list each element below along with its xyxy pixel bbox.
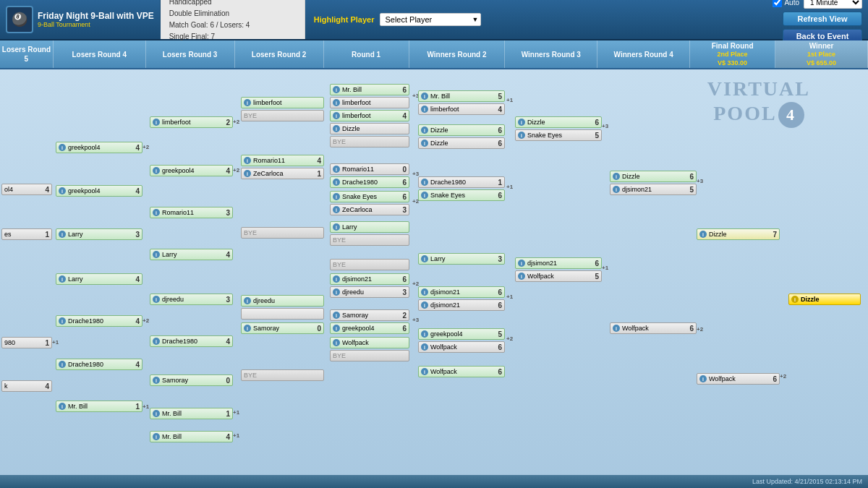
wr4-m1-p2: i djsimon21 5 [610, 184, 697, 195]
lr5-p2: es 1 [1, 228, 52, 240]
lr3-m3-p1: i Romario11 3 [150, 207, 233, 218]
highlight-area: Highlight Player Select Player [305, 0, 767, 39]
r1-m2-p1: i limberfoot 4 [330, 110, 409, 121]
auto-bar: Auto 1 Minute [773, 0, 862, 9]
wr3-m1-p1: i Dizzle 6 [515, 116, 602, 128]
wr3-m1-diff: +3 [602, 123, 608, 129]
lr4-m7-p1: i Mr. Bill 1 [56, 401, 142, 412]
wr2-m1-p2: i limberfoot 4 [418, 103, 505, 115]
r1-m6-p1: i djsimon21 6 [330, 273, 409, 285]
logo-area: 🎱 Friday Night 9-Ball with VPE 9-Ball To… [0, 0, 161, 39]
r1-m3-p2: i Drache1980 6 [330, 176, 409, 188]
wr3-m2-p1: i djsimon21 6 [515, 257, 602, 269]
wr3-m2-diff: +1 [602, 265, 608, 271]
wr2-m3-p1: i Drache1980 1 [418, 176, 505, 188]
highlight-label: Highlight Player [314, 15, 375, 24]
auto-checkbox-label[interactable]: Auto [773, 0, 799, 7]
r1-m7-diff: +3 [412, 317, 419, 323]
r1-m6-p2: i djreedu 3 [330, 286, 409, 298]
lr2-m3-p1: i djreedu [241, 295, 324, 307]
r1-m2-p2: i Dizzle [330, 123, 409, 134]
lr4-m4-p1: i Larry 4 [56, 273, 142, 285]
vp4-logo: VIRTUALPOOL4 [707, 77, 810, 128]
lr2-m4-p1: i Samoray 0 [241, 322, 324, 334]
col-winners-round-4: Winners Round 4 [597, 40, 690, 68]
final-p1: i Dizzle 7 [697, 228, 780, 240]
lr4-m5-diff: +2 [142, 317, 149, 324]
auto-interval-select[interactable]: 1 Minute [804, 0, 862, 9]
wr2-m3-diff: +1 [506, 184, 513, 190]
final-diff: +2 [780, 373, 786, 380]
match-info: Handicapped Double Elimination Match Goa… [161, 0, 305, 39]
wr3-m1-p2: i Snake Eyes 5 [515, 129, 602, 141]
wr4-diff2: +2 [697, 326, 703, 333]
lr2-bye1: BYE [241, 110, 324, 121]
r1-m7-p1: i Samoray 2 [330, 309, 409, 321]
app-icon: 🎱 [6, 6, 33, 33]
col-final-round: Final Round 2nd Place V$ 330.00 [690, 40, 775, 68]
lr2-m1-p1: i limberfoot [241, 97, 324, 108]
lr3-m7-p1: i Samoray 0 [150, 374, 233, 386]
lr3-m9-diff: +1 [233, 432, 239, 439]
wr2-m6-diff: +2 [506, 335, 513, 342]
wr2-m6-p1: i greekpool4 5 [418, 328, 505, 340]
logo-text: Friday Night 9-Ball with VPE 9-Ball Tour… [38, 11, 154, 28]
match-goal-line: Match Goal: 6 / Losers: 4 [169, 20, 250, 31]
lr4-m3-p1: i Larry 3 [56, 228, 142, 240]
lr3-m8-diff: +1 [233, 409, 239, 416]
last-updated: Last Updated: 4/21/2015 02:13:14 PM [752, 478, 862, 485]
lr5-p3: 980 1 [1, 337, 52, 348]
r1-m3-p1: i Romario11 0 [330, 163, 409, 175]
r1-m4-p2: i ZeCarloca 3 [330, 204, 409, 215]
r1-bye3: BYE [330, 259, 409, 270]
wr2-m1-p1: i Mr. Bill 5 [418, 90, 505, 102]
lr4-m7-diff: +1 [142, 403, 149, 410]
event-title: Friday Night 9-Ball with VPE [38, 11, 154, 21]
lr4-m1-p1: i greekpool4 4 [56, 142, 142, 153]
lr4-m6-p1: i Drache1980 4 [56, 359, 142, 370]
event-badge: 9-Ball Tournament [38, 21, 154, 28]
match-info-text: Handicapped Double Elimination Match Goa… [169, 0, 250, 43]
bracket-area: Losers Round 5 Losers Round 4 Losers Rou… [0, 40, 868, 488]
wr2-m1-diff: +1 [506, 97, 513, 103]
right-controls: Auto 1 Minute Refresh View Back to Event [767, 0, 868, 39]
wr2-m6-p2: i Wolfpack 6 [418, 341, 505, 353]
lr2-m2-p1: i Romario11 4 [241, 155, 324, 166]
lr3-m2-diff: +2 [233, 167, 239, 174]
status-bar: Last Updated: 4/21/2015 02:13:14 PM [0, 475, 868, 488]
r1-bye2: BYE [330, 234, 409, 246]
highlight-select-wrapper[interactable]: Select Player [380, 13, 481, 26]
col-round-1: Round 1 [324, 40, 409, 68]
col-losers-round-2: Losers Round 2 [235, 40, 324, 68]
lr4-m1-diff: +2 [142, 144, 149, 150]
lr4-m5-p1: i Drache1980 4 [56, 315, 142, 327]
lr2-bye2: BYE [241, 227, 324, 239]
wr2-m3-p2: i Snake Eyes 6 [418, 189, 505, 201]
lr3-m6-p1: i Drache1980 4 [150, 335, 233, 347]
wr4-m1-p3: i Wolfpack 6 [610, 322, 697, 334]
format-line: Handicapped Double Elimination [169, 0, 250, 20]
lr3-m9-p1: i Mr. Bill 4 [150, 431, 233, 442]
final-p2: i Wolfpack 6 [697, 373, 780, 385]
col-losers-round-3: Losers Round 3 [146, 40, 235, 68]
refresh-view-button[interactable]: Refresh View [783, 12, 862, 26]
col-winner: Winner 1st Place V$ 655.00 [775, 40, 868, 68]
lr3-m1-p1: i limberfoot 2 [150, 116, 233, 128]
col-winners-round-2: Winners Round 2 [409, 40, 506, 68]
auto-checkbox[interactable] [773, 0, 782, 7]
wr3-m2-p2: i Wolfpack 5 [515, 270, 602, 282]
r1-m8-p1: i Wolfpack [330, 337, 409, 348]
wr2-m2-p1: i Dizzle 6 [418, 124, 505, 136]
col-winners-round-3: Winners Round 3 [505, 40, 597, 68]
highlight-player-select[interactable]: Select Player [380, 13, 481, 26]
wr2-m6-result: i Wolfpack 6 [418, 366, 505, 377]
winner-p1: i Dizzle [788, 294, 861, 305]
r1-bye4: BYE [330, 350, 409, 361]
r1-bye1: BYE [330, 136, 409, 147]
col-losers-round-4: Losers Round 4 [54, 40, 146, 68]
lr2-bye3: BYE [241, 369, 324, 381]
lr5-p4: k 4 [1, 380, 52, 392]
lr3-m8-p1: i Mr. Bill 1 [150, 408, 233, 419]
column-headers: Losers Round 5 Losers Round 4 Losers Rou… [0, 40, 868, 69]
wr2-m5-diff: +1 [506, 294, 513, 300]
